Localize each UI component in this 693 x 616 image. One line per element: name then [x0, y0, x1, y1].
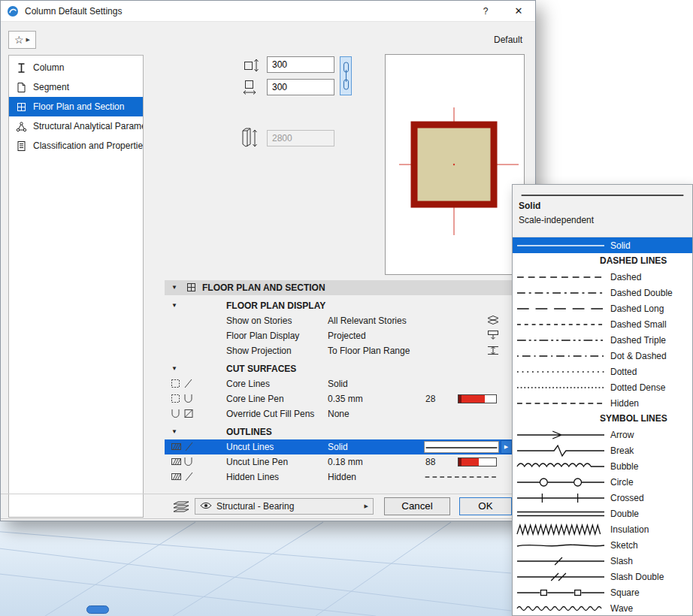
sidebar-item-label: Floor Plan and Section [33, 101, 124, 112]
layer-selector[interactable]: Structural - Bearing ▶ [195, 498, 374, 515]
line-type-label: Slash Double [610, 572, 664, 582]
floor-plan-range-icon [486, 345, 500, 360]
favorites-button[interactable]: ☆ ▶ [8, 31, 36, 49]
open-line-type-popup-button[interactable]: ▶ [501, 440, 512, 454]
line-type-option[interactable]: Double [513, 506, 692, 521]
setting-value-dropdown[interactable]: None [328, 406, 350, 421]
setting-name: Core Lines [226, 376, 270, 391]
setting-row-floor-plan-display[interactable]: Floor Plan Display Projected [165, 328, 512, 343]
viewport-navigation-control[interactable] [86, 605, 109, 614]
line-type-option[interactable]: Break [513, 442, 692, 458]
arrow-line-icon [513, 429, 606, 441]
slash-double-line-icon [513, 571, 606, 583]
sidebar-item-structural-analytical[interactable]: Structural Analytical Paramet... [9, 116, 143, 136]
line-type-label: Insulation [610, 524, 649, 535]
close-button[interactable]: ✕ [506, 1, 531, 22]
uncut-line-pen-icon [171, 456, 195, 471]
dashed-triple-line-icon [513, 334, 606, 346]
line-type-option[interactable]: Dashed Triple [513, 332, 692, 348]
collapse-arrow-icon[interactable]: ▼ [171, 424, 177, 439]
pen-color-swatch[interactable] [458, 394, 497, 403]
setting-name: Core Line Pen [226, 391, 284, 406]
line-type-label: Sketch [610, 540, 638, 551]
setting-name: Override Cut Fill Pens [226, 406, 314, 421]
setting-row-show-on-stories[interactable]: Show on Stories All Relevant Stories [165, 313, 512, 328]
setting-value-dropdown[interactable]: Solid [328, 439, 348, 454]
group-header-outlines[interactable]: ▼ OUTLINES [165, 424, 512, 439]
setting-row-uncut-lines[interactable]: Uncut Lines Solid ▶ [165, 439, 512, 454]
setting-value-dropdown[interactable]: To Floor Plan Range [328, 343, 410, 358]
solid-line-icon [513, 240, 606, 252]
line-type-option[interactable]: Dotted [513, 364, 692, 379]
collapse-arrow-icon[interactable]: ▼ [171, 298, 177, 313]
line-type-option[interactable]: Wave [513, 600, 692, 616]
column-height-input [267, 130, 334, 146]
line-type-option[interactable]: Bubble [513, 458, 692, 474]
line-type-option[interactable]: Square [513, 584, 692, 600]
pen-color-swatch[interactable] [458, 457, 497, 467]
sidebar-item-label: Structural Analytical Paramet... [33, 121, 143, 131]
stories-icon [486, 315, 500, 330]
dotted-dense-line-icon [513, 382, 606, 394]
line-type-popup-header: Solid Scale-independent [513, 185, 692, 237]
core-width-input[interactable] [267, 56, 334, 73]
setting-row-uncut-line-pen[interactable]: Uncut Line Pen 0.18 mm 88 [165, 454, 512, 470]
setting-value-dropdown[interactable]: Hidden [328, 470, 356, 485]
sidebar-item-floor-plan-and-section[interactable]: Floor Plan and Section [9, 97, 143, 116]
override-cut-fill-pens-icon [171, 408, 195, 423]
setting-row-core-lines[interactable]: Core Lines Solid [165, 376, 512, 391]
dashed-long-line-icon [513, 303, 606, 315]
line-type-option[interactable]: Dashed [513, 269, 692, 285]
collapse-arrow-icon[interactable]: ▼ [171, 361, 177, 376]
line-type-option[interactable]: Slash Double [513, 569, 692, 584]
bubble-line-icon [513, 460, 606, 473]
collapse-arrow-icon[interactable]: ▼ [171, 280, 177, 295]
group-header-floor-plan-display[interactable]: ▼ FLOOR PLAN DISPLAY [165, 298, 512, 313]
line-type-option[interactable]: Arrow [513, 427, 692, 442]
core-depth-input[interactable] [267, 79, 334, 95]
core-depth-icon [241, 80, 259, 98]
line-type-option[interactable]: Dotted Dense [513, 379, 692, 395]
setting-value-dropdown[interactable]: 0.35 mm [328, 391, 363, 406]
panel-header-floor-plan-and-section[interactable]: ▼ FLOOR PLAN AND SECTION [165, 280, 512, 295]
line-type-label: Bubble [610, 461, 638, 472]
line-type-option[interactable]: Dashed Double [513, 285, 692, 300]
dashed-double-line-icon [513, 287, 606, 299]
setting-value-dropdown[interactable]: All Relevant Stories [328, 313, 407, 328]
dialog-titlebar[interactable]: Column Default Settings ? ✕ [1, 1, 535, 22]
line-type-option[interactable]: Dashed Long [513, 300, 692, 316]
setting-row-core-line-pen[interactable]: Core Line Pen 0.35 mm 28 [165, 391, 512, 406]
line-type-option-selected[interactable]: Solid [513, 237, 692, 253]
link-dimensions-toggle[interactable] [340, 56, 352, 95]
hidden-line-type-preview[interactable] [424, 471, 499, 483]
line-type-option[interactable]: Sketch [513, 537, 692, 553]
setting-row-override-cut-fill-pens[interactable]: Override Cut Fill Pens None [165, 406, 512, 421]
setting-value-dropdown[interactable]: Solid [328, 376, 348, 391]
sidebar-item-column[interactable]: Column [9, 58, 143, 77]
dashed-line-icon [513, 271, 606, 283]
setting-value-dropdown[interactable]: Projected [328, 328, 366, 343]
sidebar-item-segment[interactable]: Segment [9, 77, 143, 97]
layers-icon [172, 500, 190, 516]
line-type-label: Circle [610, 477, 634, 488]
sidebar-item-classification-properties[interactable]: Classification and Properties [9, 136, 143, 156]
sidebar-item-label: Classification and Properties [33, 140, 143, 151]
group-header-cut-surfaces[interactable]: ▼ CUT SURFACES [165, 361, 512, 376]
setting-value-dropdown[interactable]: 0.18 mm [328, 454, 363, 470]
line-type-label: Dashed [610, 272, 641, 282]
setting-row-hidden-lines[interactable]: Hidden Lines Hidden [165, 470, 512, 485]
help-button[interactable]: ? [473, 1, 498, 22]
core-lines-icon [171, 378, 195, 393]
cancel-button[interactable]: Cancel [384, 497, 450, 515]
column-preview-panel[interactable] [385, 54, 525, 275]
ok-button[interactable]: OK [459, 497, 512, 515]
line-type-option[interactable]: Insulation [513, 521, 692, 537]
line-type-option[interactable]: Dashed Small [513, 316, 692, 332]
line-type-preview[interactable] [424, 441, 499, 453]
line-type-option[interactable]: Slash [513, 553, 692, 569]
line-type-option[interactable]: Hidden [513, 395, 692, 411]
line-type-option[interactable]: Crossed [513, 490, 692, 506]
setting-row-show-projection[interactable]: Show Projection To Floor Plan Range [165, 343, 512, 358]
line-type-option[interactable]: Dot & Dashed [513, 348, 692, 364]
line-type-option[interactable]: Circle [513, 474, 692, 490]
